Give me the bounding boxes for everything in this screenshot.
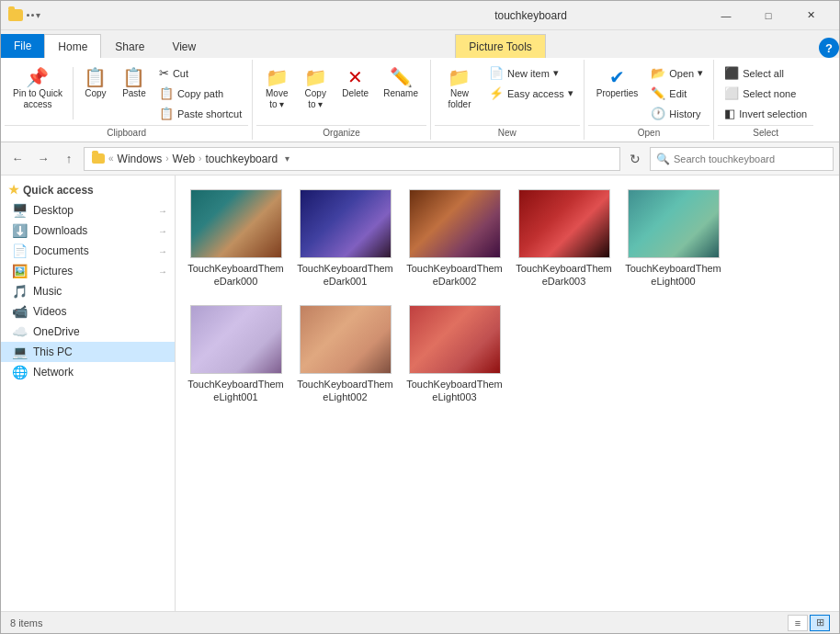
edit-icon: ✏️ bbox=[651, 86, 665, 100]
new-folder-icon: 📁 bbox=[448, 68, 471, 86]
clipboard-small-group: ✂ Cut 📋 Copy path 📋 Paste shortcut bbox=[154, 63, 246, 123]
videos-label: Videos bbox=[33, 305, 167, 318]
file-item[interactable]: TouchKeyboardThemeDark003 bbox=[511, 183, 617, 295]
copy-icon: 📋 bbox=[84, 68, 107, 86]
rename-button[interactable]: ✏️ Rename bbox=[377, 63, 425, 104]
file-item[interactable]: TouchKeyboardThemeLight000 bbox=[620, 183, 726, 295]
history-button[interactable]: 🕐 History bbox=[646, 104, 708, 123]
cut-icon: ✂ bbox=[159, 66, 169, 80]
breadcrumb-bar[interactable]: « Windows › Web › touchkeyboard ▾ bbox=[84, 147, 620, 171]
paste-shortcut-button[interactable]: 📋 Paste shortcut bbox=[154, 104, 246, 123]
breadcrumb-touchkeyboard[interactable]: touchkeyboard bbox=[205, 153, 278, 165]
move-to-button[interactable]: 📁 Moveto ▾ bbox=[258, 63, 295, 115]
copy-to-icon: 📁 bbox=[304, 68, 327, 86]
sidebar-item-videos[interactable]: 📹 Videos bbox=[1, 301, 175, 322]
close-button[interactable]: ✕ bbox=[789, 1, 832, 30]
file-area: TouchKeyboardThemeDark000TouchKeyboardTh… bbox=[176, 175, 839, 611]
organize-label: Organize bbox=[256, 125, 426, 140]
back-button[interactable]: ← bbox=[6, 148, 28, 170]
breadcrumb-windows[interactable]: Windows bbox=[118, 153, 163, 165]
onedrive-label: OneDrive bbox=[33, 325, 167, 338]
file-item[interactable]: TouchKeyboardThemeLight002 bbox=[292, 299, 398, 411]
tab-share[interactable]: Share bbox=[101, 34, 158, 58]
ribbon-clipboard: 📌 Pin to Quickaccess 📋 Copy 📋 Paste ✂ Cu… bbox=[1, 60, 253, 140]
view-buttons: ≡ ⊞ bbox=[788, 615, 830, 631]
file-item[interactable]: TouchKeyboardThemeLight001 bbox=[183, 299, 289, 411]
file-item[interactable]: TouchKeyboardThemeDark000 bbox=[183, 183, 289, 295]
edit-button[interactable]: ✏️ Edit bbox=[646, 84, 708, 103]
network-icon: 🌐 bbox=[12, 365, 28, 379]
invert-selection-icon: ◧ bbox=[724, 107, 735, 120]
pictures-icon: 🖼️ bbox=[12, 264, 28, 278]
tab-file[interactable]: File bbox=[1, 34, 44, 58]
maximize-button[interactable]: □ bbox=[747, 1, 789, 30]
open-icon: 📂 bbox=[651, 66, 665, 80]
rename-icon: ✏️ bbox=[390, 68, 413, 86]
ribbon-select-content: ⬛ Select all ⬜ Select none ◧ Invert sele… bbox=[718, 60, 813, 125]
title-bar: ▾ touchkeyboard — □ ✕ bbox=[1, 1, 839, 30]
select-all-button[interactable]: ⬛ Select all bbox=[720, 63, 812, 83]
paste-icon: 📋 bbox=[122, 68, 145, 86]
tab-home[interactable]: Home bbox=[44, 34, 101, 58]
sidebar-item-downloads[interactable]: ⬇️ Downloads → bbox=[1, 221, 175, 241]
grid-view-button[interactable]: ⊞ bbox=[810, 615, 830, 631]
ribbon-new: 📁 Newfolder 📄 New item ▾ ⚡ Easy access ▾ bbox=[431, 60, 585, 140]
file-item[interactable]: TouchKeyboardThemeDark001 bbox=[292, 183, 398, 295]
copy-button[interactable]: 📋 Copy bbox=[77, 63, 114, 104]
file-item[interactable]: TouchKeyboardThemeDark002 bbox=[402, 183, 507, 295]
new-label: New bbox=[435, 125, 580, 140]
select-none-button[interactable]: ⬜ Select none bbox=[720, 84, 812, 103]
quick-access-star-icon: ★ bbox=[8, 183, 19, 197]
quick-access-heading[interactable]: ★ Quick access bbox=[1, 179, 175, 200]
sidebar-item-onedrive[interactable]: ☁️ OneDrive bbox=[1, 322, 175, 342]
copy-to-button[interactable]: 📁 Copyto ▾ bbox=[297, 63, 334, 115]
folder-icon bbox=[8, 9, 23, 21]
tab-manage[interactable]: Picture Tools bbox=[455, 34, 545, 58]
documents-pin: → bbox=[158, 246, 167, 256]
pin-icon: 📌 bbox=[26, 68, 49, 86]
search-input[interactable] bbox=[674, 153, 827, 164]
new-folder-button[interactable]: 📁 Newfolder bbox=[437, 63, 482, 115]
new-item-button[interactable]: 📄 New item ▾ bbox=[484, 63, 578, 83]
toolbar-dot bbox=[31, 14, 34, 17]
this-pc-icon: 💻 bbox=[12, 345, 28, 359]
minimize-button[interactable]: — bbox=[705, 1, 747, 30]
help-button[interactable]: ? bbox=[819, 38, 839, 58]
file-explorer-window: ▾ touchkeyboard — □ ✕ File Home Share Vi… bbox=[0, 0, 840, 634]
sidebar-item-pictures[interactable]: 🖼️ Pictures → bbox=[1, 261, 175, 281]
paste-button[interactable]: 📋 Paste bbox=[116, 63, 153, 104]
easy-access-button[interactable]: ⚡ Easy access ▾ bbox=[484, 84, 578, 103]
properties-button[interactable]: ✔ Properties bbox=[590, 63, 645, 104]
breadcrumb-web[interactable]: Web bbox=[173, 153, 195, 165]
toolbar-dropdown[interactable]: ▾ bbox=[36, 10, 40, 20]
refresh-button[interactable]: ↻ bbox=[624, 148, 646, 170]
delete-button[interactable]: ✕ Delete bbox=[335, 63, 375, 104]
sidebar-item-documents[interactable]: 📄 Documents → bbox=[1, 241, 175, 261]
copy-path-button[interactable]: 📋 Copy path bbox=[154, 84, 246, 103]
pin-quick-access-button[interactable]: 📌 Pin to Quickaccess bbox=[6, 63, 69, 115]
desktop-icon: 🖥️ bbox=[12, 203, 28, 218]
ribbon-open-content: ✔ Properties 📂 Open ▾ ✏️ Edit 🕐 bbox=[588, 60, 710, 125]
tab-view[interactable]: View bbox=[158, 34, 210, 58]
open-button[interactable]: 📂 Open ▾ bbox=[646, 63, 708, 83]
list-view-button[interactable]: ≡ bbox=[788, 615, 808, 631]
sidebar-item-music[interactable]: 🎵 Music bbox=[1, 281, 175, 301]
move-icon: 📁 bbox=[266, 68, 289, 86]
sidebar-item-network[interactable]: 🌐 Network bbox=[1, 362, 175, 382]
separator bbox=[73, 67, 74, 119]
new-item-icon: 📄 bbox=[489, 66, 504, 80]
quick-access-label: Quick access bbox=[23, 184, 94, 197]
sidebar-item-this-pc[interactable]: 💻 This PC bbox=[1, 342, 175, 362]
invert-selection-button[interactable]: ◧ Invert selection bbox=[720, 104, 812, 123]
forward-button[interactable]: → bbox=[32, 148, 54, 170]
file-name: TouchKeyboardThemeDark001 bbox=[297, 262, 393, 289]
cut-button[interactable]: ✂ Cut bbox=[154, 63, 246, 83]
file-item[interactable]: TouchKeyboardThemeLight003 bbox=[402, 299, 507, 411]
onedrive-icon: ☁️ bbox=[12, 324, 28, 339]
documents-icon: 📄 bbox=[12, 243, 28, 258]
up-button[interactable]: ↑ bbox=[58, 148, 80, 170]
sidebar-item-desktop[interactable]: 🖥️ Desktop → bbox=[1, 200, 175, 221]
ribbon-organize: 📁 Moveto ▾ 📁 Copyto ▾ ✕ Delete ✏️ Rename… bbox=[253, 60, 431, 140]
search-bar[interactable]: 🔍 bbox=[650, 147, 834, 171]
file-thumbnail bbox=[409, 305, 501, 374]
